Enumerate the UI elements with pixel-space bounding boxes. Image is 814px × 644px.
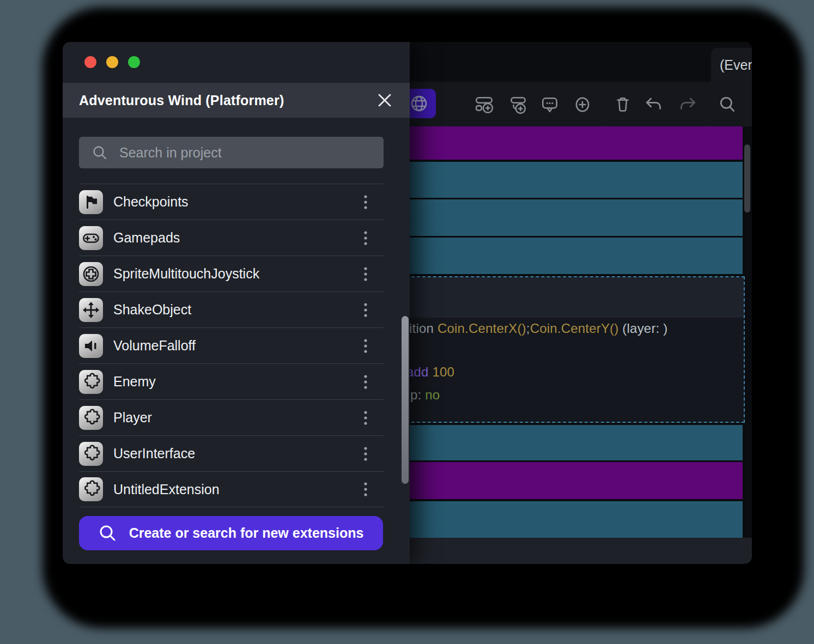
list-item-label: Player <box>113 410 152 426</box>
item-menu-icon[interactable] <box>359 480 373 499</box>
tab-bar: (Events) Debugger <box>368 42 752 82</box>
screen: (Events) Debugger <box>0 0 814 644</box>
item-menu-icon[interactable] <box>359 373 373 391</box>
item-menu-icon[interactable] <box>359 445 373 463</box>
selected-event-condition-area <box>407 277 744 318</box>
undo-icon[interactable] <box>644 95 664 114</box>
item-menu-icon[interactable] <box>359 265 373 283</box>
create-extension-button[interactable]: Create or search for new extensions <box>79 516 383 550</box>
tab-events-label: (Events) <box>720 57 752 73</box>
event-comment-row[interactable] <box>406 462 743 499</box>
item-menu-icon[interactable] <box>359 193 373 211</box>
search-events-icon[interactable] <box>718 95 737 114</box>
item-menu-icon[interactable] <box>359 301 373 319</box>
project-title: Adventurous Wind (Platformer) <box>79 93 284 108</box>
list-item-label: Gamepads <box>113 230 180 246</box>
list-item-label: Checkpoints <box>113 194 189 210</box>
events-scrollbar[interactable] <box>744 144 750 212</box>
event-action-line[interactable]: ition Coin.CenterX();Coin.CenterY() (lay… <box>409 321 668 336</box>
joystick-icon <box>79 262 103 286</box>
add-sub-event-icon[interactable] <box>508 95 527 114</box>
search-placeholder: Search in project <box>119 145 222 161</box>
extensions-list: Checkpoints Gamepads <box>79 184 384 507</box>
minimize-window-button[interactable] <box>106 56 118 68</box>
selected-event-block[interactable] <box>406 276 745 423</box>
event-row[interactable] <box>406 501 743 538</box>
list-item-label: Enemy <box>113 374 156 390</box>
list-item-enemy[interactable]: Enemy <box>79 363 384 399</box>
event-row[interactable] <box>406 162 743 198</box>
event-row[interactable] <box>406 425 743 460</box>
list-item-gamepads[interactable]: Gamepads <box>79 220 384 256</box>
search-icon <box>92 145 107 160</box>
event-action-line[interactable]: p: no <box>410 387 440 403</box>
list-item-shakeobject[interactable]: ShakeObject <box>79 291 384 327</box>
list-item-checkpoints[interactable]: Checkpoints <box>79 184 384 220</box>
event-comment-row[interactable] <box>406 126 743 160</box>
puzzle-icon <box>79 370 103 394</box>
tab-events[interactable]: (Events) <box>711 48 752 82</box>
gamepad-icon <box>79 226 103 250</box>
list-item-label: VolumeFalloff <box>113 338 196 354</box>
create-extension-label: Create or search for new extensions <box>129 525 364 541</box>
item-menu-icon[interactable] <box>359 229 373 247</box>
puzzle-icon <box>79 406 103 430</box>
zoom-window-button[interactable] <box>128 56 140 68</box>
list-item-userinterface[interactable]: UserInterface <box>79 435 384 471</box>
list-item-volumefalloff[interactable]: VolumeFalloff <box>79 327 384 363</box>
list-item-label: UntitledExtension <box>113 482 220 497</box>
list-item-label: ShakeObject <box>113 302 191 318</box>
list-item-label: SpriteMultitouchJoystick <box>113 266 259 282</box>
panel-header: Adventurous Wind (Platformer) <box>63 83 410 118</box>
panel-scrollbar[interactable] <box>402 316 409 484</box>
search-input[interactable]: Search in project <box>79 137 384 168</box>
add-other-icon[interactable] <box>573 95 592 114</box>
item-menu-icon[interactable] <box>359 337 373 355</box>
item-menu-icon[interactable] <box>359 409 373 427</box>
speaker-icon <box>79 334 103 358</box>
redo-icon[interactable] <box>678 95 697 114</box>
add-comment-icon[interactable] <box>540 95 560 114</box>
app-window: (Events) Debugger <box>63 42 752 564</box>
flag-icon <box>79 190 103 214</box>
list-item-player[interactable]: Player <box>79 399 384 435</box>
event-row[interactable] <box>406 238 743 274</box>
close-window-button[interactable] <box>84 56 96 68</box>
puzzle-icon <box>79 477 103 501</box>
puzzle-icon <box>79 442 103 466</box>
event-row[interactable] <box>406 199 743 236</box>
close-panel-icon[interactable] <box>376 92 393 109</box>
search-icon <box>99 524 117 543</box>
project-manager-panel: Adventurous Wind (Platformer) Search in … <box>63 42 410 564</box>
list-item-sprite-multitouch-joystick[interactable]: SpriteMultitouchJoystick <box>79 256 384 291</box>
move-icon <box>79 298 103 322</box>
globe-icon <box>408 93 430 114</box>
list-item-untitledextension[interactable]: UntitledExtension <box>79 471 384 507</box>
delete-icon[interactable] <box>613 95 633 114</box>
event-action-line[interactable]: add 100 <box>406 364 454 380</box>
add-event-icon[interactable] <box>475 95 494 114</box>
list-item-label: UserInterface <box>113 446 195 461</box>
